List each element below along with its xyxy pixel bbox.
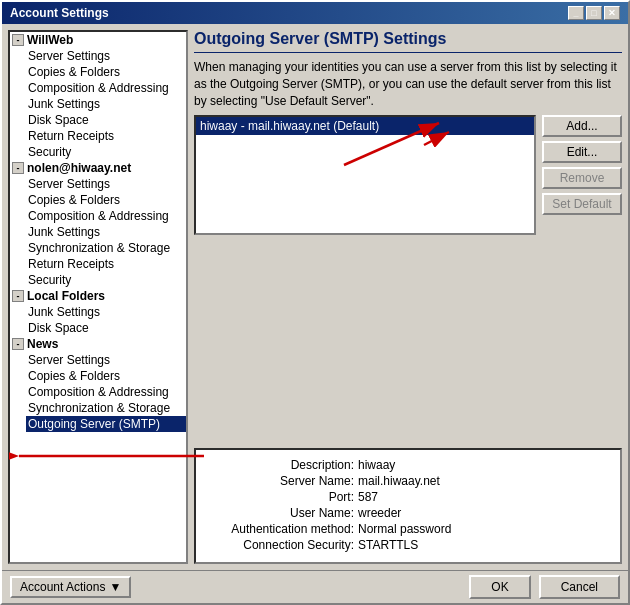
smtp-list-item-hiwaay[interactable]: hiwaay - mail.hiwaay.net (Default) <box>196 117 534 135</box>
info-row-auth: Authentication method: Normal password <box>208 522 608 536</box>
sidebar-group-label-nolen: nolen@hiwaay.net <box>27 161 131 175</box>
account-actions-button[interactable]: Account Actions ▼ <box>10 576 131 598</box>
panel-description: When managing your identities you can us… <box>194 59 622 109</box>
auth-label: Authentication method: <box>208 522 358 536</box>
info-row-security: Connection Security: STARTTLS <box>208 538 608 552</box>
sidebar-group-local-folders[interactable]: - Local Folders <box>10 288 186 304</box>
edit-button[interactable]: Edit... <box>542 141 622 163</box>
sidebar-item-outgoing-n[interactable]: Outgoing Server (SMTP) <box>26 416 186 432</box>
port-label: Port: <box>208 490 358 504</box>
sidebar-item-copies-folders-1[interactable]: Copies & Folders <box>26 64 186 80</box>
sidebar-item-copies-folders-2[interactable]: Copies & Folders <box>26 192 186 208</box>
auth-value: Normal password <box>358 522 451 536</box>
server-name-label: Server Name: <box>208 474 358 488</box>
sidebar-group-label-willweb: WillWeb <box>27 33 73 47</box>
sidebar-group-label-local-folders: Local Folders <box>27 289 105 303</box>
sidebar-item-disk-lf[interactable]: Disk Space <box>26 320 186 336</box>
sidebar-item-return-1[interactable]: Return Receipts <box>26 128 186 144</box>
info-row-description: Description: hiwaay <box>208 458 608 472</box>
content-area: - WillWeb Server Settings Copies & Folde… <box>2 24 628 570</box>
set-default-button[interactable]: Set Default <box>542 193 622 215</box>
panel-title: Outgoing Server (SMTP) Settings <box>194 30 622 53</box>
toggle-willweb[interactable]: - <box>12 34 24 46</box>
user-name-label: User Name: <box>208 506 358 520</box>
toggle-nolen[interactable]: - <box>12 162 24 174</box>
description-value: hiwaay <box>358 458 395 472</box>
user-name-value: wreeder <box>358 506 401 520</box>
info-row-server-name: Server Name: mail.hiwaay.net <box>208 474 608 488</box>
smtp-list[interactable]: hiwaay - mail.hiwaay.net (Default) <box>194 115 536 235</box>
cancel-button[interactable]: Cancel <box>539 575 620 599</box>
sidebar-item-copies-folders-n[interactable]: Copies & Folders <box>26 368 186 384</box>
sidebar-item-junk-2[interactable]: Junk Settings <box>26 224 186 240</box>
account-actions-label: Account Actions <box>20 580 105 594</box>
sidebar-item-return-2[interactable]: Return Receipts <box>26 256 186 272</box>
sidebar-item-sync-n[interactable]: Synchronization & Storage <box>26 400 186 416</box>
main-panel: Outgoing Server (SMTP) Settings When man… <box>194 30 622 564</box>
server-name-value: mail.hiwaay.net <box>358 474 440 488</box>
title-bar-buttons: _ □ ✕ <box>568 6 620 20</box>
sidebar-children-news: Server Settings Copies & Folders Composi… <box>10 352 186 432</box>
title-bar-label: Account Settings <box>10 6 109 20</box>
port-value: 587 <box>358 490 378 504</box>
sidebar-group-label-news: News <box>27 337 58 351</box>
sidebar-children-nolen: Server Settings Copies & Folders Composi… <box>10 176 186 288</box>
bottom-bar: Account Actions ▼ OK Cancel <box>2 570 628 603</box>
sidebar-group-willweb[interactable]: - WillWeb <box>10 32 186 48</box>
security-label: Connection Security: <box>208 538 358 552</box>
sidebar-item-composition-1[interactable]: Composition & Addressing <box>26 80 186 96</box>
ok-button[interactable]: OK <box>469 575 530 599</box>
sidebar-item-sync-2[interactable]: Synchronization & Storage <box>26 240 186 256</box>
dialog-buttons: OK Cancel <box>469 575 620 599</box>
remove-button[interactable]: Remove <box>542 167 622 189</box>
sidebar-item-composition-n[interactable]: Composition & Addressing <box>26 384 186 400</box>
minimize-button[interactable]: _ <box>568 6 584 20</box>
sidebar-item-security-2[interactable]: Security <box>26 272 186 288</box>
sidebar-item-junk-lf[interactable]: Junk Settings <box>26 304 186 320</box>
sidebar-item-disk-1[interactable]: Disk Space <box>26 112 186 128</box>
account-settings-dialog: Account Settings _ □ ✕ - WillWeb Server … <box>0 0 630 605</box>
title-bar: Account Settings _ □ ✕ <box>2 2 628 24</box>
info-row-user-name: User Name: wreeder <box>208 506 608 520</box>
sidebar-item-security-1[interactable]: Security <box>26 144 186 160</box>
description-label: Description: <box>208 458 358 472</box>
account-actions-arrow: ▼ <box>109 580 121 594</box>
sidebar-item-server-settings-n[interactable]: Server Settings <box>26 352 186 368</box>
sidebar-group-news[interactable]: - News <box>10 336 186 352</box>
security-value: STARTTLS <box>358 538 418 552</box>
sidebar-children-willweb: Server Settings Copies & Folders Composi… <box>10 48 186 160</box>
info-row-port: Port: 587 <box>208 490 608 504</box>
smtp-buttons: Add... Edit... Remove Set Default <box>542 115 622 442</box>
sidebar-item-server-settings-2[interactable]: Server Settings <box>26 176 186 192</box>
close-button[interactable]: ✕ <box>604 6 620 20</box>
toggle-news[interactable]: - <box>12 338 24 350</box>
smtp-section: hiwaay - mail.hiwaay.net (Default) Add..… <box>194 115 622 442</box>
sidebar: - WillWeb Server Settings Copies & Folde… <box>8 30 188 564</box>
sidebar-item-junk-1[interactable]: Junk Settings <box>26 96 186 112</box>
sidebar-item-composition-2[interactable]: Composition & Addressing <box>26 208 186 224</box>
sidebar-group-nolen[interactable]: - nolen@hiwaay.net <box>10 160 186 176</box>
add-button[interactable]: Add... <box>542 115 622 137</box>
smtp-info-box: Description: hiwaay Server Name: mail.hi… <box>194 448 622 564</box>
sidebar-item-server-settings-1[interactable]: Server Settings <box>26 48 186 64</box>
sidebar-children-local-folders: Junk Settings Disk Space <box>10 304 186 336</box>
toggle-local-folders[interactable]: - <box>12 290 24 302</box>
maximize-button[interactable]: □ <box>586 6 602 20</box>
